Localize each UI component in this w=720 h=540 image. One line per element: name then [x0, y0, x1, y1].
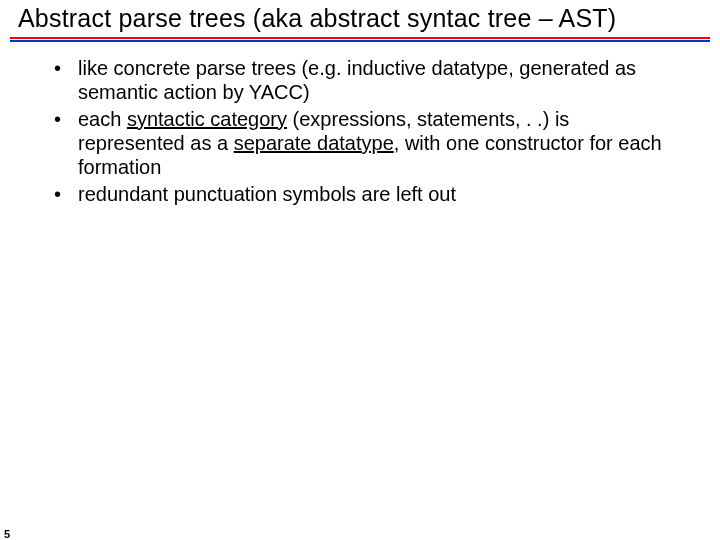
bullet-text: redundant punctuation symbols are left o…: [78, 183, 456, 205]
bullet-text: semantic action by YACC): [78, 81, 310, 103]
slide: Abstract parse trees (aka abstract synta…: [0, 0, 720, 540]
bullet-text-underline: syntactic category: [127, 108, 287, 130]
list-item: redundant punctuation symbols are left o…: [50, 182, 680, 206]
bullet-text: each: [78, 108, 127, 130]
list-item: like concrete parse trees (e.g. inductiv…: [50, 56, 680, 105]
list-item: each syntactic category (expressions, st…: [50, 107, 680, 180]
page-number: 5: [4, 528, 10, 540]
divider-red: [10, 37, 710, 39]
bullet-text: g. inductive datatype, generated as: [325, 57, 636, 79]
body-area: like concrete parse trees (e.g. inductiv…: [0, 42, 720, 206]
slide-title: Abstract parse trees (aka abstract synta…: [18, 4, 710, 33]
bullet-text-underline: separate datatype: [234, 132, 394, 154]
bullet-list: like concrete parse trees (e.g. inductiv…: [50, 56, 680, 206]
title-area: Abstract parse trees (aka abstract synta…: [0, 0, 720, 35]
bullet-text: like concrete parse trees (e.: [78, 57, 325, 79]
